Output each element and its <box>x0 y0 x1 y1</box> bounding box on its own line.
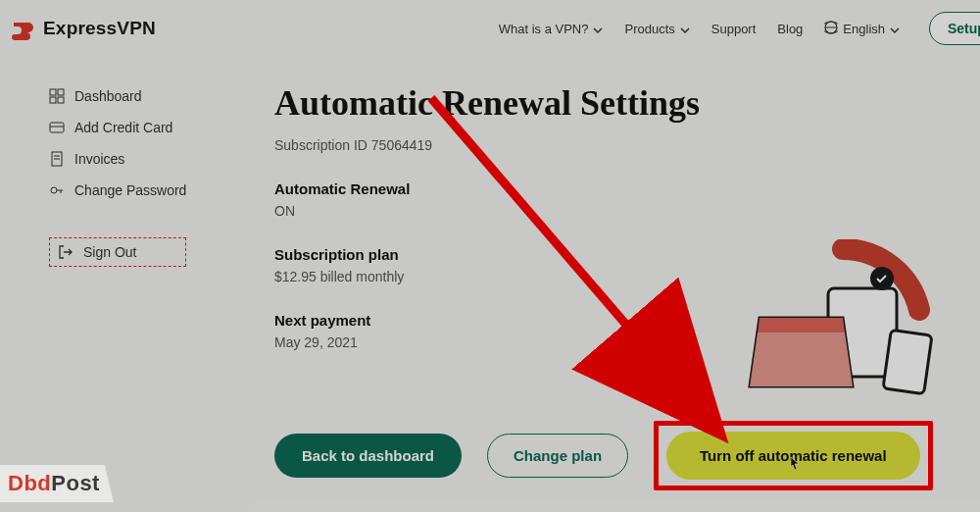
svg-point-10 <box>51 187 57 193</box>
sidebar-item-label: Change Password <box>74 182 186 198</box>
globe-icon <box>824 21 838 37</box>
nav-products[interactable]: Products <box>624 22 689 36</box>
subscription-id: Subscription ID 75064419 <box>274 137 980 153</box>
subscription-id-label: Subscription ID <box>274 137 368 153</box>
signout-icon <box>58 244 74 260</box>
svg-rect-15 <box>883 330 932 393</box>
brand[interactable]: ExpressVPN <box>10 16 156 41</box>
action-buttons: Back to dashboard Change plan Turn off a… <box>274 421 933 490</box>
sidebar-item-label: Sign Out <box>83 244 136 260</box>
sidebar: Dashboard Add Credit Card Invoices Chang… <box>49 88 216 378</box>
sidebar-item-dashboard[interactable]: Dashboard <box>49 88 216 104</box>
nav-label: Blog <box>777 22 803 36</box>
page-title: Automatic Renewal Settings <box>274 82 980 124</box>
sidebar-item-change-password[interactable]: Change Password <box>49 182 216 198</box>
highlight-turnoff: Turn off automatic renewal <box>654 421 933 490</box>
change-plan-button[interactable]: Change plan <box>487 434 628 478</box>
back-to-dashboard-button[interactable]: Back to dashboard <box>274 434 462 478</box>
chevron-down-icon <box>593 24 603 33</box>
chevron-down-icon <box>890 24 900 33</box>
nav-label: Support <box>711 22 757 36</box>
brand-name: ExpressVPN <box>43 18 156 39</box>
svg-rect-5 <box>50 123 64 132</box>
sidebar-item-label: Dashboard <box>74 88 142 104</box>
top-nav: What is a VPN? Products Support Blog <box>499 12 980 45</box>
nav-blog[interactable]: Blog <box>777 22 803 36</box>
chevron-down-icon <box>680 24 690 33</box>
sidebar-item-label: Add Credit Card <box>74 120 172 135</box>
sidebar-item-add-card[interactable]: Add Credit Card <box>49 120 216 135</box>
cursor-icon <box>787 456 803 477</box>
sidebar-item-label: Invoices <box>74 151 124 167</box>
sidebar-item-invoices[interactable]: Invoices <box>49 151 216 167</box>
devices-illustration <box>735 239 951 435</box>
nav-what-is-vpn[interactable]: What is a VPN? <box>499 22 604 36</box>
dashboard-icon <box>49 88 65 104</box>
svg-rect-1 <box>50 89 56 95</box>
watermark-part-b: Post <box>51 471 100 495</box>
invoice-icon <box>49 151 65 167</box>
header: ExpressVPN What is a VPN? Products Suppo… <box>0 0 980 57</box>
main-content: Automatic Renewal Settings Subscription … <box>274 82 980 378</box>
setup-button[interactable]: Setup <box>929 12 980 45</box>
nav-label: English <box>843 22 885 36</box>
sidebar-item-signout[interactable]: Sign Out <box>49 237 186 267</box>
nav-language[interactable]: English <box>824 21 900 37</box>
nav-label: Products <box>624 22 674 36</box>
watermark-part-a: Dbd <box>8 471 51 495</box>
watermark: DbdPost <box>0 465 114 502</box>
auto-renewal-label: Automatic Renewal <box>274 180 980 197</box>
svg-rect-4 <box>58 97 64 103</box>
auto-renewal-value: ON <box>274 203 980 219</box>
svg-rect-2 <box>58 89 64 95</box>
nav-label: What is a VPN? <box>499 22 589 36</box>
subscription-id-value: 75064419 <box>371 137 432 153</box>
key-icon <box>49 182 65 198</box>
brand-logo-icon <box>10 16 35 41</box>
nav-support[interactable]: Support <box>711 22 757 36</box>
svg-rect-3 <box>50 97 56 103</box>
credit-card-icon <box>49 120 65 135</box>
turn-off-auto-renewal-button[interactable]: Turn off automatic renewal <box>666 432 920 480</box>
